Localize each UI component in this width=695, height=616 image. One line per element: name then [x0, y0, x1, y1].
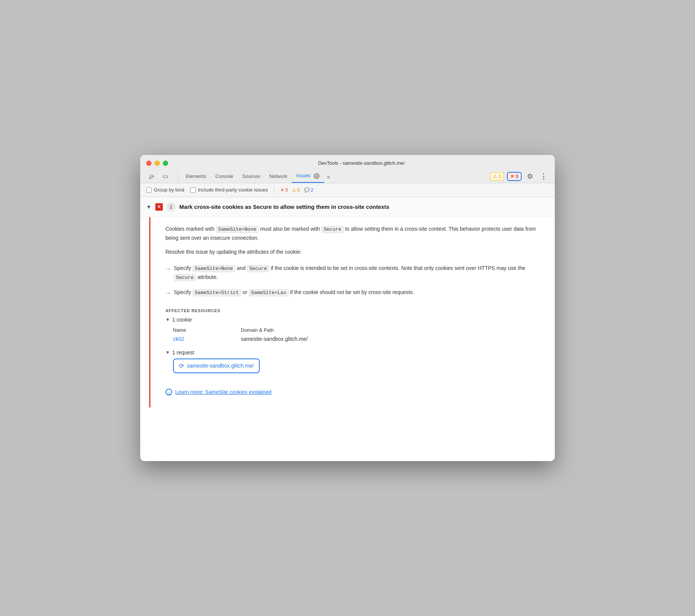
issue-description: Cookies marked with SameSite=None must a… [156, 217, 549, 249]
bullet-item-2: → Specify SameSite=Strict or SameSite=La… [156, 285, 549, 301]
bullet-item-1: → Specify SameSite=None and Secure if th… [156, 261, 549, 285]
issue-title: Mark cross-site cookies as Secure to all… [179, 204, 389, 210]
samesite-strict-code: SameSite=Strict [193, 289, 241, 296]
arrow-icon-2: → [165, 289, 171, 298]
cursor-tool-button[interactable]: ⌮ [146, 171, 157, 182]
request-resource-group: ▼ 1 request ⟳ samesite-sandbox.glitch.me… [165, 349, 549, 373]
maximize-button[interactable] [163, 161, 168, 166]
toolbar-separator [178, 172, 178, 181]
learn-more-text: Learn more: SameSite cookies explained [175, 389, 271, 395]
title-bar: DevTools - samesite-sandbox.glitch.me/ ⌮… [140, 155, 555, 183]
error-count: 3 [516, 174, 518, 179]
request-url: samesite-sandbox.glitch.me/ [187, 363, 254, 369]
issue-error-icon: ✕ [155, 203, 163, 211]
more-tabs-button[interactable]: » [324, 171, 333, 183]
issue-chevron-icon: ▼ [146, 204, 152, 210]
info-count-icon: 💬 [304, 187, 310, 193]
tab-issues[interactable]: Issues × [292, 170, 324, 183]
warning-count: 1 [499, 174, 501, 179]
warning-count-icon: ⚠ [292, 187, 296, 193]
toolbar-right: ⚠ 1 ✕ 3 ⚙ ⋮ [490, 171, 549, 182]
include-third-party-filter[interactable]: Include third-party cookie issues [190, 187, 268, 193]
request-group-header[interactable]: ▼ 1 request [165, 349, 549, 356]
col-name-header: Name [173, 327, 241, 333]
request-link-icon: ⟳ [179, 362, 184, 369]
filter-counts: ✕ 3 ⚠ 0 💬 2 [280, 187, 314, 193]
warning-icon: ⚠ [493, 174, 497, 179]
learn-more-icon: → [165, 389, 172, 395]
tab-console[interactable]: Console [211, 170, 238, 183]
filter-bar: Group by kind Include third-party cookie… [140, 183, 555, 197]
learn-more-link[interactable]: → Learn more: SameSite cookies explained [165, 389, 271, 395]
request-link[interactable]: ⟳ samesite-sandbox.glitch.me/ [173, 359, 260, 373]
affected-resources-title: AFFECTED RESOURCES [165, 308, 549, 313]
col-domain-header: Domain & Path [241, 327, 361, 333]
gear-icon: ⚙ [527, 172, 533, 181]
window-title: DevTools - samesite-sandbox.glitch.me/ [174, 160, 549, 166]
bullet1-content: Specify SameSite=None and Secure if the … [174, 264, 549, 282]
error-badge[interactable]: ✕ 3 [507, 172, 522, 181]
learn-more-section: → Learn more: SameSite cookies explained [156, 379, 549, 399]
samesite-none-code-2: SameSite=None [193, 265, 235, 272]
filter-separator [274, 186, 274, 194]
error-count-icon: ✕ [280, 187, 284, 193]
secure-code-3: Secure [174, 274, 196, 281]
secure-code-2: Secure [247, 265, 269, 272]
group-by-kind-checkbox[interactable] [146, 187, 152, 193]
tab-issues-close[interactable]: × [314, 173, 320, 179]
group-by-kind-label: Group by kind [154, 187, 184, 193]
cookie-domain: samesite-sandbox.glitch.me/ [241, 336, 308, 342]
secure-code-1: Secure [321, 226, 344, 233]
toolbar: ⌮ ▭ Elements Console Sources Network [146, 170, 549, 183]
settings-button[interactable]: ⚙ [525, 171, 535, 182]
request-chevron-icon: ▼ [165, 350, 170, 355]
cookie-chevron-icon: ▼ [165, 317, 170, 322]
tab-sources[interactable]: Sources [238, 170, 265, 183]
request-link-container: ⟳ samesite-sandbox.glitch.me/ [173, 359, 549, 373]
bullet2-content: Specify SameSite=Strict or SameSite=Lax … [174, 288, 414, 297]
cookie-link[interactable]: ck02 [173, 336, 241, 342]
desc-text-2: must also be marked with [260, 226, 321, 232]
inspect-icon: ▭ [162, 173, 168, 180]
cursor-icon: ⌮ [148, 173, 155, 180]
samesite-lax-code: SameSite=Lax [249, 289, 289, 296]
more-icon: ⋮ [540, 172, 547, 181]
resolve-text: Resolve this issue by updating the attri… [156, 249, 549, 261]
traffic-lights [146, 161, 168, 166]
arrow-icon-1: → [165, 265, 171, 274]
cookie-group-header[interactable]: ▼ 1 cookie [165, 317, 549, 323]
issue-count-badge: 1 [167, 202, 176, 211]
issue-body: Cookies marked with SameSite=None must a… [149, 217, 555, 408]
tab-network[interactable]: Network [265, 170, 292, 183]
cookie-group-label: 1 cookie [172, 317, 192, 323]
close-button[interactable] [146, 161, 152, 166]
cookie-row: ck02 samesite-sandbox.glitch.me/ [173, 334, 361, 343]
warning-badge[interactable]: ⚠ 1 [490, 172, 504, 181]
affected-resources-section: AFFECTED RESOURCES ▼ 1 cookie Name Domai… [156, 301, 549, 373]
desc-text-1: Cookies marked with [165, 226, 216, 232]
inspect-element-button[interactable]: ▭ [160, 171, 170, 182]
cookie-table-header: Name Domain & Path [173, 326, 361, 334]
issue-header[interactable]: ▼ ✕ 1 Mark cross-site cookies as Secure … [140, 197, 555, 217]
toolbar-icons: ⌮ ▭ [146, 171, 170, 182]
info-filter-count[interactable]: 💬 2 [304, 187, 314, 193]
include-third-party-checkbox[interactable] [190, 187, 196, 193]
warning-filter-count[interactable]: ⚠ 0 [292, 187, 300, 193]
cookie-table: Name Domain & Path ck02 samesite-sandbox… [173, 326, 361, 343]
error-filter-count[interactable]: ✕ 3 [280, 187, 288, 193]
tab-bar: Elements Console Sources Network Issues … [181, 170, 490, 183]
minimize-button[interactable] [155, 161, 160, 166]
main-content: ▼ ✕ 1 Mark cross-site cookies as Secure … [140, 197, 555, 461]
more-options-button[interactable]: ⋮ [538, 171, 549, 182]
error-icon: ✕ [510, 174, 514, 179]
tab-elements[interactable]: Elements [181, 170, 211, 183]
include-third-party-label: Include third-party cookie issues [198, 187, 268, 193]
cookie-resource-group: ▼ 1 cookie Name Domain & Path ck02 sames… [165, 317, 549, 343]
devtools-window: DevTools - samesite-sandbox.glitch.me/ ⌮… [140, 155, 555, 461]
group-by-kind-filter[interactable]: Group by kind [146, 187, 184, 193]
samesite-none-code-1: SameSite=None [216, 226, 259, 233]
request-group-label: 1 request [172, 349, 194, 356]
